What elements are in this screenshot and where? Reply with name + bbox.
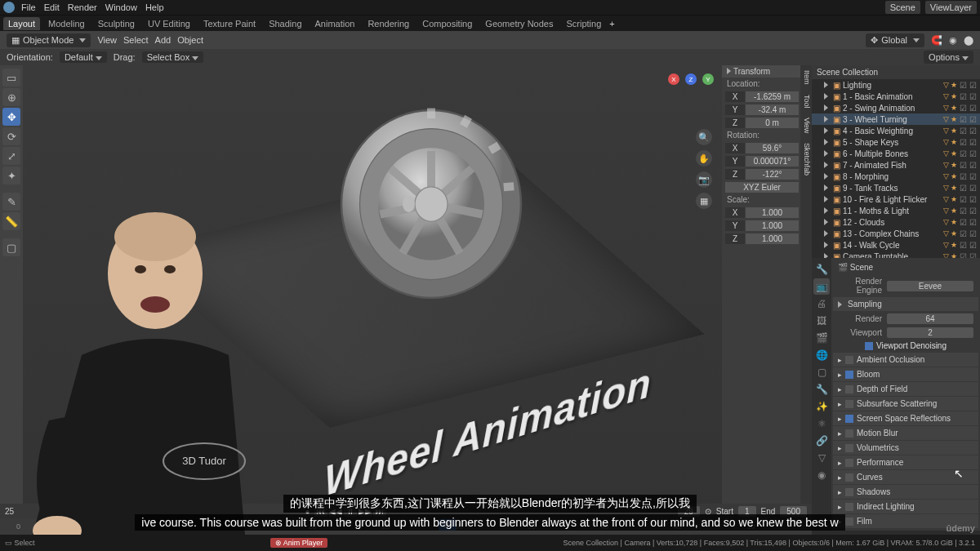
zoom-icon[interactable]: 🔍 — [696, 129, 712, 145]
pan-icon[interactable]: ✋ — [696, 150, 712, 167]
outliner-item[interactable]: ▣12 - Clouds▽★☑☑ — [812, 216, 980, 228]
rotation-mode[interactable]: XYZ Euler — [725, 182, 799, 193]
render-samples-input[interactable]: 64 — [887, 313, 973, 324]
anim-player-badge[interactable]: ⊗ Anim Player — [270, 538, 328, 548]
outliner-item[interactable]: ▣Camera Turntable▽★☑☑ — [812, 251, 980, 258]
outliner-item[interactable]: ▣13 - Complex Chains▽★☑☑ — [812, 228, 980, 239]
orientation-global[interactable]: ✥ Global — [866, 33, 924, 47]
options-dropdown[interactable]: Options — [924, 51, 973, 64]
menu-view[interactable]: View — [97, 35, 117, 45]
loc-y-input[interactable]: -32.4 m — [746, 104, 799, 115]
tab-layout[interactable]: Layout — [3, 17, 40, 30]
n-tab-view[interactable]: View — [800, 113, 812, 138]
outliner-item[interactable]: ▣1 - Basic Animation▽★☑☑ — [812, 91, 980, 102]
outliner-item[interactable]: ▣9 - Tank Tracks▽★☑☑ — [812, 182, 980, 193]
tab-geometrynodes[interactable]: Geometry Nodes — [480, 17, 558, 30]
outliner-item[interactable]: ▣14 - Walk Cycle▽★☑☑ — [812, 239, 980, 251]
prop-tab-particle-icon[interactable]: ✨ — [813, 398, 830, 415]
n-tab-tool[interactable]: Tool — [800, 90, 812, 113]
menu-render[interactable]: Render — [68, 2, 97, 12]
scl-x-input[interactable]: 1.000 — [746, 207, 799, 218]
menu-edit[interactable]: Edit — [44, 2, 60, 12]
outliner-item[interactable]: ▣8 - Morphing▽★☑☑ — [812, 171, 980, 182]
loc-z-input[interactable]: 0 m — [746, 118, 799, 128]
prop-tab-render-icon[interactable]: 📺 — [813, 278, 830, 295]
prop-section[interactable]: ▸Screen Space Reflections — [833, 411, 978, 425]
tab-rendering[interactable]: Rendering — [363, 17, 414, 30]
outliner-item[interactable]: ▣5 - Shape Keys▽★☑☑ — [812, 136, 980, 148]
outliner-item[interactable]: ▣4 - Basic Weighting▽★☑☑ — [812, 125, 980, 136]
prop-tab-scene-icon[interactable]: 🎬 — [813, 330, 830, 346]
denoise-checkbox[interactable] — [865, 342, 873, 350]
outliner-item[interactable]: ▣3 - Wheel Turning▽★☑☑ — [812, 113, 980, 125]
prop-tab-output-icon[interactable]: 🖨 — [813, 295, 830, 312]
add-workspace-icon[interactable]: + — [609, 19, 614, 29]
orientation-dropdown[interactable]: Default — [60, 51, 107, 63]
menu-add[interactable]: Add — [155, 35, 172, 45]
prop-tab-material-icon[interactable]: ◉ — [813, 467, 830, 483]
viewlayer-selector[interactable]: ViewLayer — [925, 1, 977, 14]
tab-compositing[interactable]: Compositing — [417, 17, 477, 30]
menu-window[interactable]: Window — [105, 2, 137, 12]
x-axis-icon[interactable]: X — [668, 73, 679, 85]
scl-y-input[interactable]: 1.000 — [746, 220, 799, 231]
prop-section[interactable]: ▸Volumetrics — [833, 441, 978, 455]
loc-x-input[interactable]: -1.6259 m — [746, 91, 799, 102]
tab-sculpting[interactable]: Sculpting — [93, 17, 140, 30]
shading-icon[interactable]: ⬤ — [964, 35, 973, 46]
tab-shading[interactable]: Shading — [264, 17, 306, 30]
z-axis-icon[interactable]: Z — [685, 73, 697, 85]
tab-uvediting[interactable]: UV Editing — [143, 17, 195, 30]
perspective-icon[interactable]: ▦ — [696, 193, 712, 209]
viewport-samples-input[interactable]: 2 — [887, 327, 973, 338]
prop-tab-modifier-icon[interactable]: 🔧 — [813, 381, 830, 398]
transform-header[interactable]: Transform — [722, 65, 812, 78]
y-axis-icon[interactable]: Y — [702, 73, 714, 85]
menu-help[interactable]: Help — [145, 2, 164, 12]
outliner-item[interactable]: ▣Lighting▽★☑☑ — [812, 79, 980, 91]
snap-icon[interactable]: 🧲 — [931, 35, 942, 46]
tab-modeling[interactable]: Modeling — [43, 17, 90, 30]
prop-tab-physics-icon[interactable]: ⚛ — [813, 415, 830, 432]
rot-z-input[interactable]: -122° — [746, 169, 799, 180]
outliner-item[interactable]: ▣10 - Fire & Light Flicker▽★☑☑ — [812, 193, 980, 205]
menu-file[interactable]: File — [21, 2, 36, 12]
prop-tab-world-icon[interactable]: 🌐 — [813, 347, 830, 363]
tool-cursor-icon[interactable]: ⊕ — [2, 88, 20, 106]
mode-selector[interactable]: ▦ Object Mode — [7, 33, 91, 47]
n-tab-item[interactable]: Item — [800, 65, 812, 90]
prop-tab-tool-icon[interactable]: 🔧 — [813, 261, 830, 278]
outliner-item[interactable]: ▣7 - Animated Fish▽★☑☑ — [812, 159, 980, 171]
tool-scale-icon[interactable]: ⤢ — [2, 147, 20, 165]
tab-texturepaint[interactable]: Texture Paint — [198, 17, 261, 30]
prop-section[interactable]: ▸Depth of Field — [833, 382, 978, 396]
outliner-item[interactable]: ▣11 - Moths & Light▽★☑☑ — [812, 205, 980, 216]
tool-move-icon[interactable]: ✥ — [2, 108, 20, 126]
camera-icon[interactable]: 📷 — [696, 171, 712, 188]
menu-select[interactable]: Select — [123, 35, 149, 45]
prop-section[interactable]: ▸Ambient Occlusion — [833, 353, 978, 367]
scl-z-input[interactable]: 1.000 — [746, 233, 799, 244]
prop-tab-object-icon[interactable]: ▢ — [813, 364, 830, 380]
prop-section[interactable]: ▸Motion Blur — [833, 426, 978, 440]
prop-tab-data-icon[interactable]: ▽ — [813, 450, 830, 466]
tool-rotate-icon[interactable]: ⟳ — [2, 127, 20, 145]
tab-scripting[interactable]: Scripting — [561, 17, 606, 30]
tool-select-icon[interactable]: ▭ — [2, 69, 20, 87]
outliner-item[interactable]: ▣2 - Swing Animation▽★☑☑ — [812, 102, 980, 113]
axis-gizmo[interactable]: Z X Y — [668, 73, 714, 119]
outliner-item[interactable]: ▣6 - Multiple Bones▽★☑☑ — [812, 148, 980, 159]
sampling-section[interactable]: Sampling — [833, 297, 978, 311]
prop-tab-constraint-icon[interactable]: 🔗 — [813, 433, 830, 449]
prop-tab-viewlayer-icon[interactable]: 🖼 — [813, 313, 830, 329]
tab-animation[interactable]: Animation — [310, 17, 360, 30]
prop-section[interactable]: ▸Subsurface Scattering — [833, 397, 978, 411]
tool-transform-icon[interactable]: ✦ — [2, 167, 20, 184]
n-tab-sketchfab[interactable]: Sketchfab — [800, 138, 812, 180]
overlay-icon[interactable]: ◉ — [949, 35, 957, 46]
rot-y-input[interactable]: 0.000071° — [746, 156, 799, 167]
rot-x-input[interactable]: 59.6° — [746, 143, 799, 153]
drag-dropdown[interactable]: Select Box — [142, 51, 204, 63]
menu-object[interactable]: Object — [177, 35, 203, 45]
render-engine-select[interactable]: Eevee — [887, 281, 973, 291]
